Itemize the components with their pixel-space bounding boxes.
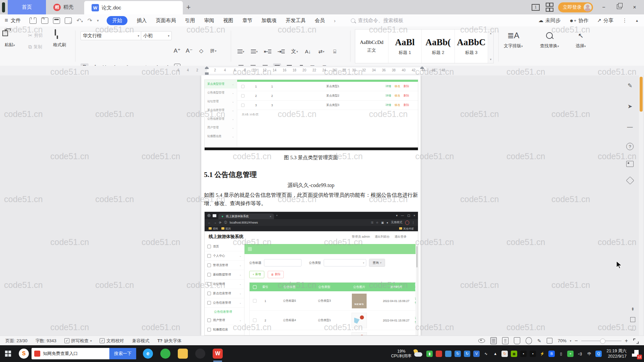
- cpu-meter[interactable]: 19% CPU利用率: [391, 349, 412, 358]
- web-layout-icon[interactable]: [526, 337, 532, 344]
- sync-icon[interactable]: ↻: [454, 351, 461, 357]
- tag-tool-icon[interactable]: [626, 176, 634, 184]
- bell-icon[interactable]: ▲: [492, 351, 498, 357]
- sogou-input-icon[interactable]: S: [19, 349, 29, 359]
- export-icon[interactable]: [41, 17, 48, 24]
- decrease-font-icon[interactable]: A⁻: [185, 47, 193, 55]
- taskbar-search[interactable]: 知网免费查重入口 搜索一下: [32, 348, 136, 359]
- more-commands-icon[interactable]: ▾: [97, 18, 99, 23]
- typeset-button[interactable]: ≣A 文字排版▾: [504, 30, 523, 49]
- member-chevron-icon[interactable]: ›: [334, 18, 335, 23]
- cut-button[interactable]: ✂剪切: [28, 33, 43, 39]
- power-plug-icon[interactable]: ⚡: [539, 351, 545, 357]
- prev-page-icon[interactable]: [630, 317, 635, 322]
- weather-icon[interactable]: [412, 349, 424, 359]
- find-replace-button[interactable]: 查找替换▾: [540, 30, 559, 49]
- window-layout-icon[interactable]: 1: [532, 4, 540, 11]
- signal-icon[interactable]: ∿: [483, 351, 489, 357]
- antivirus-360-icon[interactable]: +: [567, 351, 574, 357]
- word-count[interactable]: 字数: 9343: [36, 338, 56, 344]
- zoom-slider[interactable]: [581, 341, 622, 341]
- new-tab-button[interactable]: +: [183, 0, 194, 14]
- file-menu[interactable]: ≡ 文件: [0, 17, 26, 24]
- wps-icon[interactable]: W: [213, 349, 223, 359]
- fit-page-icon[interactable]: [547, 338, 552, 344]
- zoom-slider-knob[interactable]: [600, 339, 605, 344]
- proofread-toggle[interactable]: ✓文档校对: [100, 338, 124, 344]
- menu-tab-6[interactable]: 章节: [242, 17, 252, 24]
- spellcheck-toggle[interactable]: ✓拼写检查▾: [64, 338, 92, 344]
- read-layout-icon[interactable]: [514, 337, 520, 344]
- page-indicator[interactable]: 页面: 23/30: [5, 338, 28, 344]
- page-up-icon[interactable]: ⇞: [631, 307, 635, 312]
- menu-tab-2[interactable]: 页面布局: [156, 17, 176, 24]
- start-button[interactable]: [0, 345, 16, 362]
- horizontal-ruler[interactable]: 6422468101214161820222426283032343638404…: [0, 66, 644, 76]
- zoom-value[interactable]: 70%: [558, 338, 567, 343]
- print-preview-icon[interactable]: [65, 17, 72, 24]
- sync2-icon[interactable]: ↻: [464, 351, 470, 357]
- scrollbar-thumb[interactable]: [640, 77, 643, 112]
- screen-rotate-icon[interactable]: ↻: [501, 351, 508, 357]
- document-page[interactable]: 景点类型管理⌄公告类型管理⌄论坛管理⌄景点信息管理⌄公告信息管理⌄用户管理⌄轮播…: [201, 75, 421, 336]
- menu-tab-3[interactable]: 引用: [185, 17, 195, 24]
- zoom-out-button[interactable]: −: [575, 338, 578, 344]
- ime-icon[interactable]: 中: [586, 351, 592, 357]
- highlight-line-icon[interactable]: —: [625, 122, 635, 132]
- vertical-scrollbar[interactable]: [639, 75, 643, 336]
- dark-app-icon[interactable]: [195, 349, 205, 359]
- login-button[interactable]: 立即登录: [558, 2, 593, 12]
- redo-icon[interactable]: ↷: [88, 17, 92, 24]
- notification-center-icon[interactable]: 13: [631, 349, 641, 359]
- save-icon[interactable]: [30, 17, 37, 24]
- battery-icon[interactable]: ▮: [426, 351, 433, 357]
- volume-icon[interactable]: ◁): [577, 351, 583, 357]
- select-tool-button[interactable]: ↖ 选择▾: [576, 30, 586, 49]
- paste-button[interactable]: 粘贴▾: [5, 30, 15, 48]
- file-explorer-icon[interactable]: [178, 349, 188, 359]
- qq-penguin-icon[interactable]: •: [520, 351, 527, 357]
- more-tools-icon[interactable]: ⋯: [631, 327, 635, 333]
- tab-docer[interactable]: 稻 稻壳: [46, 0, 84, 14]
- more-menu-icon[interactable]: ⋮: [622, 17, 627, 23]
- font-size-select[interactable]: 小初▾: [141, 31, 172, 40]
- zoom-in-button[interactable]: +: [625, 338, 628, 344]
- tab-document[interactable]: W 论文.doc: [84, 1, 183, 14]
- menu-tab-8[interactable]: 开发工具: [285, 17, 306, 24]
- outline-view-icon[interactable]: [502, 337, 508, 344]
- menu-tab-7[interactable]: 加载项: [261, 17, 276, 24]
- compat-mode-label[interactable]: 兼容模式: [132, 338, 149, 344]
- restore-button[interactable]: [614, 4, 624, 10]
- fullscreen-icon[interactable]: [633, 339, 638, 343]
- missing-font-button[interactable]: T?缺失字体: [157, 338, 181, 344]
- workspace-grid-icon[interactable]: [546, 3, 552, 12]
- menu-tab-5[interactable]: 视图: [223, 17, 233, 24]
- shield-v-icon[interactable]: V: [473, 351, 480, 357]
- share-button[interactable]: ↗分享: [597, 17, 613, 24]
- nvidia-icon[interactable]: ◉: [511, 351, 517, 357]
- menu-tab-9[interactable]: 会员: [315, 17, 325, 24]
- qq-penguin2-icon[interactable]: •: [530, 351, 536, 357]
- undo-icon[interactable]: ↶▾: [76, 17, 83, 24]
- tab-ruler-icon[interactable]: ⌸: [331, 48, 339, 55]
- minimize-button[interactable]: −: [599, 4, 608, 10]
- menu-tab-1[interactable]: 插入: [137, 17, 147, 24]
- annotate-pen-icon[interactable]: ✎: [625, 80, 635, 90]
- style-cell-3[interactable]: AaBbC标题 3: [455, 29, 488, 63]
- red-app-icon[interactable]: [436, 351, 442, 357]
- page-view-icon[interactable]: [490, 337, 497, 344]
- usb-helper-icon[interactable]: [445, 351, 451, 357]
- taskbar-search-button[interactable]: 搜索一下: [109, 348, 136, 359]
- tab-home[interactable]: 首页: [8, 0, 46, 14]
- usb-drive-icon[interactable]: ▯: [558, 351, 564, 357]
- style-cell-2[interactable]: AaBb(标题 2: [422, 29, 455, 63]
- collaborate-button[interactable]: ☻+协作: [569, 17, 588, 24]
- bluetooth-icon[interactable]: B: [548, 351, 555, 357]
- clear-format-icon[interactable]: ◇: [197, 47, 205, 55]
- menu-tab-4[interactable]: 审阅: [204, 17, 214, 24]
- help-icon[interactable]: ?: [626, 143, 634, 150]
- document-workspace[interactable]: 景点类型管理⌄公告类型管理⌄论坛管理⌄景点信息管理⌄公告信息管理⌄用户管理⌄轮播…: [0, 75, 644, 336]
- font-name-select[interactable]: 华文行楷▾: [80, 31, 142, 40]
- taskbar-clock[interactable]: 21:19 周六 2022/9/17: [606, 348, 627, 359]
- menu-tab-0[interactable]: 开始: [107, 16, 127, 25]
